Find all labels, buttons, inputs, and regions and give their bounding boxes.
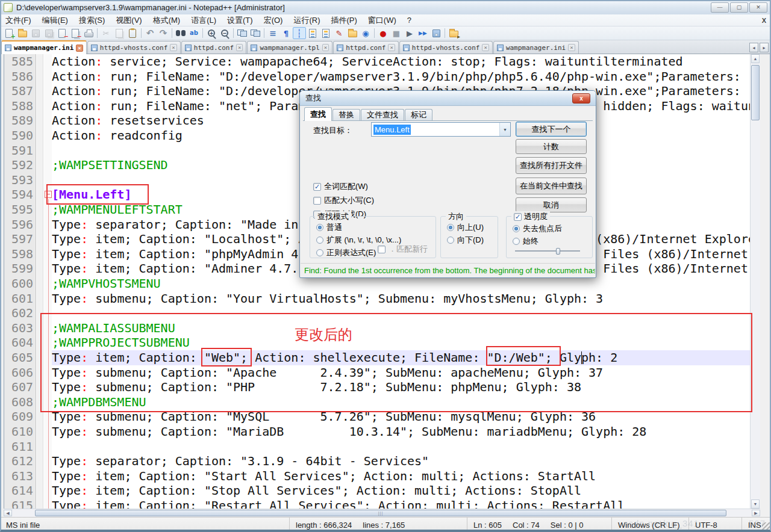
menu-item-R[interactable]: 运行(R) xyxy=(288,14,325,26)
radio-icon[interactable] xyxy=(513,225,520,232)
tab-httpd.conf[interactable]: httpd.conf× xyxy=(181,41,247,54)
close-file-icon[interactable]: − xyxy=(55,27,69,39)
menu-item-[interactable]: ? xyxy=(402,15,417,25)
paste-icon[interactable] xyxy=(126,27,139,39)
find-dialog-tab-标记[interactable]: 标记 xyxy=(405,109,432,120)
radio-icon[interactable] xyxy=(447,237,454,244)
checkbox-匹配大小写(C)[interactable]: 匹配大小写(C) xyxy=(313,195,374,206)
horizontal-scrollbar[interactable]: ◀ ||| ▶ xyxy=(4,509,760,517)
zoom-out-icon[interactable]: − xyxy=(218,27,231,39)
doc-switcher-icon[interactable] xyxy=(306,27,319,39)
show-all-chars-icon[interactable]: ¶ xyxy=(279,27,293,39)
transparency-slider[interactable] xyxy=(515,248,580,254)
find-target-combobox[interactable]: Menu.Left ▼ xyxy=(371,122,511,137)
find-next-button[interactable]: 查找下一个 xyxy=(516,122,587,137)
zoom-in-icon[interactable]: + xyxy=(205,27,218,39)
encoding-field[interactable]: UTF-8 xyxy=(689,518,742,532)
vertical-scrollbar-thumb[interactable] xyxy=(751,65,760,120)
cancel-button[interactable]: 取消 xyxy=(516,197,587,212)
tab-close-icon[interactable]: × xyxy=(568,44,575,51)
tab-scroll-left-icon[interactable]: ◂ xyxy=(749,43,758,52)
menu-item-P[interactable]: 插件(P) xyxy=(325,14,362,26)
count-button[interactable]: 计数 xyxy=(516,139,587,154)
menu-item-V[interactable]: 视图(V) xyxy=(110,14,147,26)
resize-grip[interactable] xyxy=(762,522,770,530)
radio-向上(U)[interactable]: 向上(U) xyxy=(447,222,484,233)
undo-icon[interactable]: ↶ xyxy=(143,27,157,39)
run-macro-multi-icon[interactable]: ▶▶ xyxy=(416,27,429,39)
menu-item-W[interactable]: 窗口(W) xyxy=(363,14,402,26)
transparency-slider-thumb[interactable] xyxy=(556,248,560,255)
monitoring-icon[interactable]: ◉ xyxy=(359,27,372,39)
find-icon[interactable] xyxy=(174,27,187,39)
word-wrap-icon[interactable]: ≡ xyxy=(266,27,279,39)
tab-scroll-right-icon[interactable]: ▸ xyxy=(760,43,769,52)
find-dialog-close-icon[interactable]: x xyxy=(572,93,590,104)
find-dialog-tab-替换[interactable]: 替换 xyxy=(332,109,360,120)
run-icon[interactable]: ▸ xyxy=(447,27,460,39)
indent-guide-icon[interactable]: ┆ xyxy=(293,27,306,39)
replace-icon[interactable]: ab xyxy=(187,27,201,39)
play-macro-icon[interactable]: ▶ xyxy=(403,27,416,39)
scroll-up-icon[interactable]: ▲ xyxy=(751,54,760,63)
find-all-current-doc-button[interactable]: 在当前文件中查找 xyxy=(516,178,587,194)
print-icon[interactable] xyxy=(82,27,95,39)
menu-item-S[interactable]: 搜索(S) xyxy=(73,14,110,26)
checkbox-全词匹配(W)[interactable]: ✓全词匹配(W) xyxy=(313,181,374,192)
save-macro-icon[interactable] xyxy=(429,27,443,39)
radio-普通[interactable]: 普通 xyxy=(316,222,401,233)
close-all-icon[interactable]: − xyxy=(69,27,82,39)
tab-httpd-vhosts.conf[interactable]: httpd-vhosts.conf× xyxy=(399,41,493,54)
sync-scroll-h-icon[interactable] xyxy=(249,27,262,39)
tab-httpd.conf[interactable]: httpd.conf× xyxy=(333,41,399,54)
find-all-open-docs-button[interactable]: 查找所有打开文件 xyxy=(516,157,587,174)
close-document-button[interactable]: X xyxy=(762,17,766,24)
eol-format-field[interactable]: Windows (CR LF) xyxy=(612,518,689,532)
restore-button[interactable]: ▢ xyxy=(730,2,748,13)
checkbox-icon[interactable]: ✓ xyxy=(313,183,321,191)
tab-httpd-vhosts.conf[interactable]: httpd-vhosts.conf× xyxy=(87,41,181,54)
tab-wampmanager.ini[interactable]: wampmanager.ini× xyxy=(493,41,579,54)
tab-close-icon[interactable]: × xyxy=(388,44,395,51)
menu-item-E[interactable]: 编辑(E) xyxy=(37,14,73,26)
record-macro-icon[interactable]: ● xyxy=(376,27,390,39)
vertical-scrollbar[interactable]: ▲ ▼ xyxy=(750,54,760,509)
find-dialog-title-bar[interactable]: 查找 x xyxy=(300,91,596,106)
menu-item-F[interactable]: 文件(F) xyxy=(0,14,37,26)
scroll-down-icon[interactable]: ▼ xyxy=(751,500,760,509)
new-file-icon[interactable]: + xyxy=(2,27,16,39)
tab-wampmanager.tpl[interactable]: wampmanager.tpl× xyxy=(247,41,332,54)
radio-icon[interactable] xyxy=(447,224,454,231)
chevron-down-icon[interactable]: ▼ xyxy=(499,123,510,136)
redo-icon[interactable]: ↷ xyxy=(157,27,170,39)
checkbox-icon[interactable] xyxy=(313,197,321,205)
tab-close-icon[interactable]: × xyxy=(236,44,243,51)
menu-item-M[interactable]: 格式(M) xyxy=(148,14,186,26)
minimize-button[interactable]: — xyxy=(711,2,729,13)
stop-macro-icon[interactable]: ■ xyxy=(390,27,403,39)
transparency-checkbox[interactable]: ✓ xyxy=(514,213,522,221)
radio-icon[interactable] xyxy=(513,238,520,245)
radio-icon[interactable] xyxy=(316,237,323,244)
find-dialog-tab-查找[interactable]: 查找 xyxy=(304,107,332,121)
tab-close-icon[interactable]: × xyxy=(322,44,329,51)
menu-item-O[interactable]: 宏(O) xyxy=(258,14,289,26)
radio-icon[interactable] xyxy=(316,224,323,231)
tab-close-icon[interactable]: × xyxy=(76,45,83,52)
sync-scroll-v-icon[interactable] xyxy=(236,27,249,39)
radio-始终[interactable]: 始终 xyxy=(513,236,562,247)
find-dialog-tab-文件查找[interactable]: 文件查找 xyxy=(361,109,404,120)
open-file-icon[interactable] xyxy=(16,27,29,39)
tab-close-icon[interactable]: × xyxy=(170,44,176,51)
folder-workspace-icon[interactable] xyxy=(346,27,359,39)
menu-item-T[interactable]: 设置(T) xyxy=(222,14,258,26)
scroll-right-icon[interactable]: ▶ xyxy=(752,510,760,516)
function-list-icon[interactable]: ✎ xyxy=(332,27,346,39)
radio-失去焦点后[interactable]: 失去焦点后 xyxy=(513,223,562,234)
tab-wampmanager.ini[interactable]: wampmanager.ini× xyxy=(1,40,87,54)
menu-item-L[interactable]: 语言(L) xyxy=(186,14,222,26)
close-button[interactable]: ✕ xyxy=(749,2,767,13)
horizontal-scrollbar-thumb[interactable]: ||| xyxy=(35,510,726,516)
scroll-left-icon[interactable]: ◀ xyxy=(4,510,12,516)
radio-向下(D)[interactable]: 向下(D) xyxy=(447,235,484,246)
